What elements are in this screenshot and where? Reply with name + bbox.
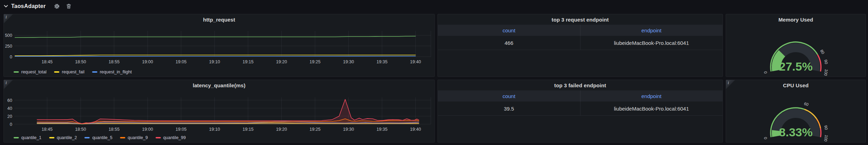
- svg-text:19:40: 19:40: [410, 59, 421, 64]
- gauge-tick-0: 0: [763, 137, 768, 139]
- legend-label: quantile_99: [163, 135, 186, 140]
- svg-text:19:05: 19:05: [175, 127, 186, 132]
- gauge-tick-80: 80: [820, 49, 825, 55]
- panel-latency-quantile: i latency_quantile(ms) 020406018:4518:50…: [3, 80, 435, 143]
- grafana-dashboard: TaosAdapter i http_request 025050018:451…: [0, 0, 868, 145]
- gauge-tick-0: 0: [763, 71, 768, 74]
- legend-label: request_in_flight: [100, 70, 132, 74]
- legend-label: request_fail: [62, 70, 84, 74]
- panel-cpu-used: i CPU Used 060901008.33%: [726, 80, 866, 143]
- legend-item-request_fail[interactable]: request_fail: [54, 70, 84, 74]
- svg-text:20: 20: [7, 114, 12, 119]
- row-title[interactable]: TaosAdapter: [11, 3, 48, 9]
- legend-swatch: [54, 71, 59, 73]
- column-header-count[interactable]: count: [438, 25, 581, 36]
- legend-label: quantile_9: [128, 135, 148, 140]
- panel-top3-failed-endpoint: top 3 failed endpoint countendpoint39.5l…: [437, 80, 723, 143]
- svg-text:19:25: 19:25: [309, 59, 320, 64]
- legend-swatch: [49, 137, 54, 138]
- gear-icon[interactable]: [53, 3, 60, 10]
- svg-text:0: 0: [10, 55, 12, 59]
- table-header-row: countendpoint: [438, 25, 723, 36]
- svg-text:18:55: 18:55: [108, 127, 119, 132]
- svg-text:19:10: 19:10: [209, 127, 220, 132]
- legend-item-quantile_9[interactable]: quantile_9: [120, 135, 148, 140]
- table-cell-count: 466: [438, 36, 581, 50]
- legend-item-request_in_flight[interactable]: request_in_flight: [92, 70, 132, 74]
- svg-text:500: 500: [5, 33, 12, 38]
- gauge-tick-100: 100: [823, 69, 829, 76]
- legend-swatch: [14, 71, 19, 73]
- table-row[interactable]: 39.5liubeideMacBook-Pro.local:6041: [438, 102, 723, 116]
- column-header-count[interactable]: count: [438, 90, 581, 102]
- svg-text:19:15: 19:15: [242, 127, 253, 132]
- legend-swatch: [92, 71, 97, 73]
- gauge-tick-90: 90: [824, 125, 829, 130]
- chevron-down-icon[interactable]: [3, 4, 8, 9]
- table-header-row: countendpoint: [438, 90, 723, 102]
- table-row[interactable]: 466liubeideMacBook-Pro.local:6041: [438, 36, 723, 50]
- failed-endpoint-table: countendpoint39.5liubeideMacBook-Pro.loc…: [438, 90, 723, 116]
- svg-text:19:10: 19:10: [209, 59, 220, 64]
- svg-text:19:20: 19:20: [276, 127, 287, 132]
- legend-item-quantile_1[interactable]: quantile_1: [14, 135, 42, 140]
- dashboard-row-header: TaosAdapter: [3, 1, 72, 11]
- svg-text:19:00: 19:00: [142, 127, 153, 132]
- svg-text:19:40: 19:40: [410, 127, 421, 132]
- gauge-value: 27.5%: [779, 60, 813, 73]
- legend-label: quantile_1: [21, 135, 42, 140]
- svg-text:18:50: 18:50: [75, 127, 86, 132]
- svg-text:18:55: 18:55: [108, 59, 119, 64]
- panel-title[interactable]: top 3 failed endpoint: [438, 82, 723, 88]
- svg-text:19:30: 19:30: [343, 127, 354, 132]
- legend-label: quantile_5: [92, 135, 112, 140]
- legend-swatch: [14, 137, 19, 138]
- gauge-value: 8.33%: [779, 126, 813, 139]
- column-header-endpoint[interactable]: endpoint: [581, 27, 723, 33]
- svg-text:19:00: 19:00: [142, 59, 153, 64]
- trash-icon[interactable]: [65, 3, 72, 10]
- svg-text:19:05: 19:05: [175, 59, 186, 64]
- legend-item-quantile_5[interactable]: quantile_5: [84, 135, 112, 140]
- gauge-tick-100: 100: [823, 135, 829, 142]
- svg-text:60: 60: [7, 98, 12, 103]
- column-header-endpoint[interactable]: endpoint: [581, 93, 723, 99]
- http-request-chart[interactable]: 025050018:4518:5018:5519:0019:0519:1019:…: [4, 14, 435, 77]
- panel-title[interactable]: top 3 request endpoint: [438, 17, 723, 23]
- memory-used-gauge: 0809010027.5%: [726, 23, 866, 76]
- svg-text:18:45: 18:45: [42, 127, 52, 132]
- legend-label: request_total: [21, 70, 46, 74]
- table-cell-endpoint: liubeideMacBook-Pro.local:6041: [581, 106, 723, 112]
- legend-swatch: [120, 137, 125, 138]
- panel-top3-request-endpoint: top 3 request endpoint countendpoint466l…: [437, 14, 723, 77]
- latency-quantile-chart[interactable]: 020406018:4518:5018:5519:0019:0519:1019:…: [4, 80, 435, 143]
- svg-text:19:30: 19:30: [343, 59, 354, 64]
- chart-legend: quantile_1quantile_2quantile_5quantile_9…: [14, 135, 186, 140]
- svg-text:19:20: 19:20: [276, 59, 287, 64]
- svg-text:19:35: 19:35: [376, 59, 387, 64]
- gauge-tick-60: 60: [803, 102, 809, 107]
- legend-item-quantile_2[interactable]: quantile_2: [49, 135, 77, 140]
- svg-text:40: 40: [7, 106, 12, 111]
- svg-text:0: 0: [10, 122, 12, 127]
- gauge-tick-90: 90: [824, 59, 829, 64]
- svg-text:19:15: 19:15: [242, 59, 253, 64]
- legend-swatch: [84, 137, 90, 138]
- legend-label: quantile_2: [57, 135, 77, 140]
- table-cell-endpoint: liubeideMacBook-Pro.local:6041: [581, 40, 723, 46]
- legend-swatch: [156, 137, 161, 138]
- svg-text:18:50: 18:50: [75, 59, 86, 64]
- table-cell-count: 39.5: [438, 102, 581, 115]
- svg-text:250: 250: [5, 44, 12, 49]
- legend-item-request_total[interactable]: request_total: [14, 70, 46, 74]
- svg-text:18:45: 18:45: [42, 59, 52, 64]
- panel-title[interactable]: CPU Used: [726, 82, 866, 88]
- cpu-used-gauge: 060901008.33%: [726, 88, 866, 142]
- request-endpoint-table: countendpoint466liubeideMacBook-Pro.loca…: [438, 25, 723, 50]
- panel-memory-used: Memory Used 0809010027.5%: [726, 14, 866, 77]
- svg-text:19:25: 19:25: [309, 127, 320, 132]
- legend-item-quantile_99[interactable]: quantile_99: [156, 135, 186, 140]
- panel-http-request: i http_request 025050018:4518:5018:5519:…: [3, 14, 435, 77]
- panel-title[interactable]: Memory Used: [726, 17, 866, 23]
- chart-legend: request_totalrequest_failrequest_in_flig…: [14, 70, 132, 74]
